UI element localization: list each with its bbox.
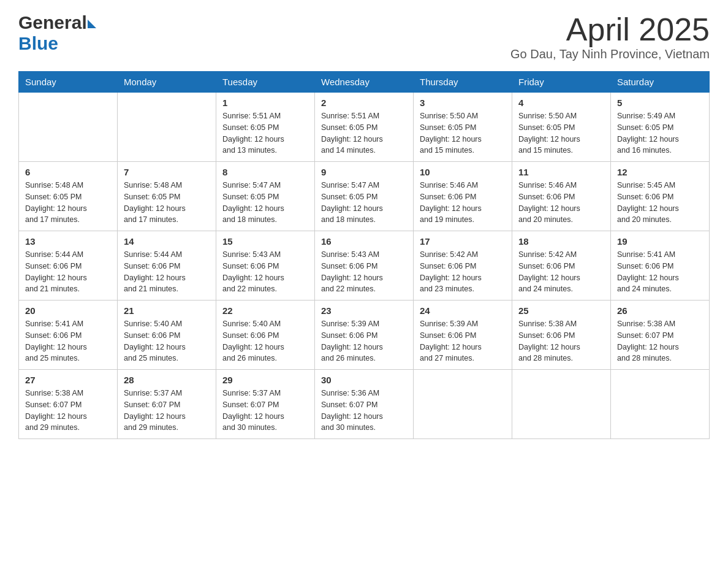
page-header: General Blue April 2025 Go Dau, Tay Ninh… [18, 12, 710, 61]
day-number: 9 [321, 167, 407, 177]
day-number: 13 [25, 236, 111, 247]
day-number: 8 [222, 167, 308, 177]
calendar-cell [512, 370, 611, 439]
day-info: Sunrise: 5:47 AM Sunset: 6:05 PM Dayligh… [321, 180, 407, 226]
calendar-cell: 10Sunrise: 5:46 AM Sunset: 6:06 PM Dayli… [414, 162, 512, 231]
calendar-cell: 14Sunrise: 5:44 AM Sunset: 6:06 PM Dayli… [118, 231, 216, 301]
day-info: Sunrise: 5:51 AM Sunset: 6:05 PM Dayligh… [222, 110, 308, 156]
day-number: 4 [518, 98, 604, 108]
day-number: 16 [321, 236, 407, 247]
calendar-cell: 23Sunrise: 5:39 AM Sunset: 6:06 PM Dayli… [315, 301, 414, 370]
calendar-cell: 30Sunrise: 5:36 AM Sunset: 6:07 PM Dayli… [315, 370, 414, 439]
day-info: Sunrise: 5:47 AM Sunset: 6:05 PM Dayligh… [222, 180, 308, 226]
day-info: Sunrise: 5:44 AM Sunset: 6:06 PM Dayligh… [124, 249, 210, 295]
calendar-cell: 27Sunrise: 5:38 AM Sunset: 6:07 PM Dayli… [19, 370, 118, 439]
calendar-cell: 11Sunrise: 5:46 AM Sunset: 6:06 PM Dayli… [512, 162, 611, 231]
calendar-cell: 9Sunrise: 5:47 AM Sunset: 6:05 PM Daylig… [315, 162, 414, 231]
day-number: 26 [617, 305, 703, 316]
calendar-cell: 4Sunrise: 5:50 AM Sunset: 6:05 PM Daylig… [512, 93, 611, 162]
day-info: Sunrise: 5:41 AM Sunset: 6:06 PM Dayligh… [25, 318, 111, 364]
calendar-cell [19, 93, 118, 162]
page-title: April 2025 [510, 12, 710, 47]
day-number: 30 [321, 375, 407, 385]
logo-general-text: General [18, 12, 87, 33]
logo-blue-text: Blue [18, 33, 58, 53]
calendar-header-saturday: Saturday [611, 72, 710, 93]
calendar-cell: 8Sunrise: 5:47 AM Sunset: 6:05 PM Daylig… [216, 162, 315, 231]
calendar-cell: 12Sunrise: 5:45 AM Sunset: 6:06 PM Dayli… [611, 162, 710, 231]
day-number: 12 [617, 167, 703, 177]
calendar-header-thursday: Thursday [414, 72, 512, 93]
day-info: Sunrise: 5:48 AM Sunset: 6:05 PM Dayligh… [124, 180, 210, 226]
day-number: 24 [420, 305, 506, 316]
calendar-cell: 16Sunrise: 5:43 AM Sunset: 6:06 PM Dayli… [315, 231, 414, 301]
day-number: 25 [518, 305, 604, 316]
day-number: 17 [420, 236, 506, 247]
calendar-header-wednesday: Wednesday [315, 72, 414, 93]
day-info: Sunrise: 5:37 AM Sunset: 6:07 PM Dayligh… [124, 388, 210, 434]
calendar-header-friday: Friday [512, 72, 611, 93]
day-info: Sunrise: 5:42 AM Sunset: 6:06 PM Dayligh… [518, 249, 604, 295]
day-number: 2 [321, 98, 407, 108]
day-info: Sunrise: 5:46 AM Sunset: 6:06 PM Dayligh… [420, 180, 506, 226]
day-info: Sunrise: 5:39 AM Sunset: 6:06 PM Dayligh… [420, 318, 506, 364]
calendar-cell: 2Sunrise: 5:51 AM Sunset: 6:05 PM Daylig… [315, 93, 414, 162]
day-info: Sunrise: 5:40 AM Sunset: 6:06 PM Dayligh… [222, 318, 308, 364]
day-info: Sunrise: 5:51 AM Sunset: 6:05 PM Dayligh… [321, 110, 407, 156]
day-number: 6 [25, 167, 111, 177]
calendar-cell: 7Sunrise: 5:48 AM Sunset: 6:05 PM Daylig… [118, 162, 216, 231]
page-subtitle: Go Dau, Tay Ninh Province, Vietnam [510, 47, 710, 61]
calendar-cell: 1Sunrise: 5:51 AM Sunset: 6:05 PM Daylig… [216, 93, 315, 162]
title-block: April 2025 Go Dau, Tay Ninh Province, Vi… [510, 12, 710, 61]
calendar-week-row: 20Sunrise: 5:41 AM Sunset: 6:06 PM Dayli… [19, 301, 710, 370]
calendar-cell: 26Sunrise: 5:38 AM Sunset: 6:07 PM Dayli… [611, 301, 710, 370]
day-info: Sunrise: 5:38 AM Sunset: 6:07 PM Dayligh… [25, 388, 111, 434]
day-info: Sunrise: 5:48 AM Sunset: 6:05 PM Dayligh… [25, 180, 111, 226]
calendar-week-row: 6Sunrise: 5:48 AM Sunset: 6:05 PM Daylig… [19, 162, 710, 231]
day-number: 7 [124, 167, 210, 177]
calendar-cell: 25Sunrise: 5:38 AM Sunset: 6:06 PM Dayli… [512, 301, 611, 370]
day-number: 1 [222, 98, 308, 108]
calendar-cell: 20Sunrise: 5:41 AM Sunset: 6:06 PM Dayli… [19, 301, 118, 370]
calendar-cell: 28Sunrise: 5:37 AM Sunset: 6:07 PM Dayli… [118, 370, 216, 439]
calendar-cell: 19Sunrise: 5:41 AM Sunset: 6:06 PM Dayli… [611, 231, 710, 301]
calendar-cell: 15Sunrise: 5:43 AM Sunset: 6:06 PM Dayli… [216, 231, 315, 301]
day-info: Sunrise: 5:38 AM Sunset: 6:06 PM Dayligh… [518, 318, 604, 364]
calendar-week-row: 27Sunrise: 5:38 AM Sunset: 6:07 PM Dayli… [19, 370, 710, 439]
day-number: 10 [420, 167, 506, 177]
day-info: Sunrise: 5:40 AM Sunset: 6:06 PM Dayligh… [124, 318, 210, 364]
day-number: 22 [222, 305, 308, 316]
calendar-cell: 5Sunrise: 5:49 AM Sunset: 6:05 PM Daylig… [611, 93, 710, 162]
day-number: 11 [518, 167, 604, 177]
calendar-week-row: 13Sunrise: 5:44 AM Sunset: 6:06 PM Dayli… [19, 231, 710, 301]
day-number: 19 [617, 236, 703, 247]
calendar-cell: 29Sunrise: 5:37 AM Sunset: 6:07 PM Dayli… [216, 370, 315, 439]
calendar-cell: 17Sunrise: 5:42 AM Sunset: 6:06 PM Dayli… [414, 231, 512, 301]
day-info: Sunrise: 5:45 AM Sunset: 6:06 PM Dayligh… [617, 180, 703, 226]
day-number: 15 [222, 236, 308, 247]
calendar-cell: 6Sunrise: 5:48 AM Sunset: 6:05 PM Daylig… [19, 162, 118, 231]
calendar-cell [118, 93, 216, 162]
calendar-header-row: SundayMondayTuesdayWednesdayThursdayFrid… [19, 72, 710, 93]
day-info: Sunrise: 5:41 AM Sunset: 6:06 PM Dayligh… [617, 249, 703, 295]
logo-triangle-icon [88, 20, 96, 28]
calendar-header-monday: Monday [118, 72, 216, 93]
day-info: Sunrise: 5:49 AM Sunset: 6:05 PM Dayligh… [617, 110, 703, 156]
day-info: Sunrise: 5:50 AM Sunset: 6:05 PM Dayligh… [518, 110, 604, 156]
calendar-cell: 24Sunrise: 5:39 AM Sunset: 6:06 PM Dayli… [414, 301, 512, 370]
day-info: Sunrise: 5:50 AM Sunset: 6:05 PM Dayligh… [420, 110, 506, 156]
day-number: 3 [420, 98, 506, 108]
day-info: Sunrise: 5:46 AM Sunset: 6:06 PM Dayligh… [518, 180, 604, 226]
day-number: 28 [124, 375, 210, 385]
day-number: 29 [222, 375, 308, 385]
day-number: 5 [617, 98, 703, 108]
logo: General Blue [18, 12, 96, 54]
calendar-cell [611, 370, 710, 439]
calendar-cell: 21Sunrise: 5:40 AM Sunset: 6:06 PM Dayli… [118, 301, 216, 370]
day-info: Sunrise: 5:43 AM Sunset: 6:06 PM Dayligh… [321, 249, 407, 295]
day-number: 21 [124, 305, 210, 316]
calendar-cell: 13Sunrise: 5:44 AM Sunset: 6:06 PM Dayli… [19, 231, 118, 301]
day-info: Sunrise: 5:36 AM Sunset: 6:07 PM Dayligh… [321, 388, 407, 434]
day-info: Sunrise: 5:43 AM Sunset: 6:06 PM Dayligh… [222, 249, 308, 295]
day-info: Sunrise: 5:42 AM Sunset: 6:06 PM Dayligh… [420, 249, 506, 295]
